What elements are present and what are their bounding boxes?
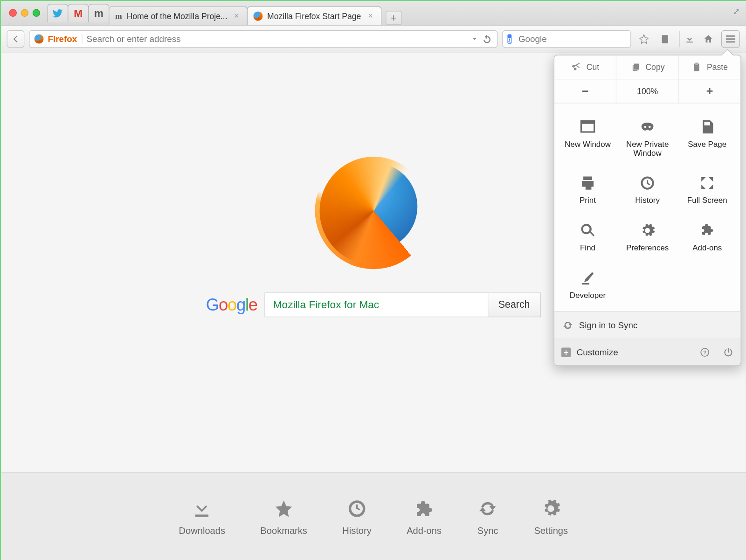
- newwindow-icon: [579, 118, 597, 136]
- menu-item-label: Add-ons: [692, 243, 722, 252]
- google-search-button[interactable]: Search: [487, 293, 540, 317]
- address-bar[interactable]: Firefox: [29, 30, 497, 48]
- footer-addons[interactable]: Add-ons: [407, 497, 442, 536]
- menu-item-label: New Private Window: [620, 140, 675, 158]
- prefs-icon: [639, 222, 656, 240]
- savepage-icon: [698, 118, 716, 136]
- menu-item-history[interactable]: History: [618, 166, 677, 214]
- help-icon[interactable]: ?: [699, 347, 710, 358]
- tab-title: Home of the Mozilla Proje...: [127, 11, 228, 21]
- footer-settings[interactable]: Settings: [534, 497, 568, 536]
- zoom-window-icon[interactable]: [33, 9, 40, 17]
- menu-item-label: Developer: [570, 291, 606, 300]
- footer-history[interactable]: History: [342, 497, 372, 536]
- google-logo: Google: [206, 295, 257, 314]
- address-input[interactable]: [86, 34, 467, 43]
- search-input[interactable]: [518, 34, 630, 43]
- pinned-tab-gmail[interactable]: M: [68, 4, 89, 22]
- fullscreen-icon: [698, 174, 716, 192]
- footer-label: Bookmarks: [260, 525, 307, 536]
- svg-rect-1: [581, 121, 594, 124]
- close-tab-icon[interactable]: ×: [366, 12, 375, 21]
- footer-bookmarks[interactable]: Bookmarks: [260, 497, 307, 536]
- identity-label: Firefox: [48, 34, 82, 43]
- tab-start-page[interactable]: Mozilla Firefox Start Page ×: [247, 6, 381, 25]
- downloads-button[interactable]: [679, 30, 695, 47]
- menu-paste[interactable]: Paste: [678, 55, 741, 79]
- bookmarks-list-button[interactable]: [657, 30, 673, 47]
- fullscreen-toggle-icon[interactable]: ⤢: [733, 7, 740, 16]
- menu-item-label: Full Screen: [687, 196, 727, 205]
- minimize-window-icon[interactable]: [21, 9, 28, 17]
- menu-item-fullscreen[interactable]: Full Screen: [677, 166, 737, 214]
- copy-icon: [630, 62, 641, 73]
- menu-item-label: Save Page: [688, 140, 726, 149]
- footer-label: Add-ons: [407, 525, 442, 536]
- menu-item-prefs[interactable]: Preferences: [618, 214, 677, 262]
- close-window-icon[interactable]: [9, 9, 17, 17]
- pinned-tab-twitter[interactable]: [47, 4, 68, 22]
- download-icon: [192, 498, 212, 519]
- footer-label: Downloads: [179, 525, 225, 536]
- puzzle-icon: [414, 498, 434, 519]
- menu-copy[interactable]: Copy: [616, 55, 678, 79]
- mozilla-icon: m: [94, 7, 104, 19]
- home-icon: [703, 34, 714, 44]
- firefox-icon: [253, 11, 262, 21]
- close-tab-icon[interactable]: ×: [232, 12, 241, 21]
- address-bar-actions: [471, 34, 492, 44]
- menu-button[interactable]: [721, 30, 740, 48]
- footer-downloads[interactable]: Downloads: [179, 497, 225, 536]
- menu-item-developer[interactable]: Developer: [558, 262, 617, 309]
- window-controls: [9, 1, 41, 25]
- mozilla-icon: m: [115, 11, 122, 21]
- power-icon[interactable]: [723, 347, 734, 358]
- menu-item-savepage[interactable]: Save Page: [677, 111, 737, 167]
- tab-title: Mozilla Firefox Start Page: [267, 11, 361, 21]
- google-search-input[interactable]: [265, 293, 487, 317]
- firefox-logo: [315, 152, 432, 269]
- find-icon: [579, 222, 597, 240]
- search-bar[interactable]: g: [502, 30, 631, 48]
- addons-icon: [698, 222, 716, 240]
- bookmark-star-button[interactable]: [636, 30, 652, 47]
- new-tab-button[interactable]: +: [386, 11, 402, 25]
- zoom-out-button[interactable]: −: [554, 79, 616, 103]
- zoom-level: 100%: [616, 79, 678, 103]
- newprivate-icon: [639, 118, 656, 136]
- back-button[interactable]: [7, 30, 25, 48]
- svg-point-3: [649, 126, 651, 128]
- reload-icon[interactable]: [482, 34, 492, 44]
- twitter-icon: [53, 8, 63, 19]
- menu-item-label: Preferences: [626, 243, 669, 252]
- footer-sync[interactable]: Sync: [477, 497, 499, 536]
- google-engine-icon[interactable]: g: [507, 34, 511, 43]
- menu-item-addons[interactable]: Add-ons: [677, 214, 737, 262]
- cut-icon: [571, 62, 582, 73]
- dropdown-icon[interactable]: [471, 34, 478, 44]
- hamburger-icon: [726, 38, 735, 40]
- pinned-tabs: M m: [47, 1, 109, 25]
- sync-icon: [478, 498, 498, 519]
- menu-item-find[interactable]: Find: [558, 214, 617, 262]
- menu-item-label: Print: [580, 196, 596, 205]
- menu-customize[interactable]: Customize: [577, 347, 618, 357]
- history-icon: [639, 174, 656, 192]
- menu-item-print[interactable]: Print: [558, 166, 617, 214]
- zoom-in-button[interactable]: +: [678, 79, 741, 103]
- star-icon: [639, 34, 649, 44]
- sync-icon: [563, 320, 573, 331]
- menu-item-newwindow[interactable]: New Window: [558, 111, 617, 167]
- plus-icon: +: [561, 347, 571, 357]
- download-icon: [684, 34, 695, 44]
- tab-mozilla-home[interactable]: m Home of the Mozilla Proje... ×: [109, 6, 247, 25]
- google-search-area: Google Search: [206, 292, 541, 317]
- start-page-footer: Downloads Bookmarks History Add-ons Sync…: [1, 472, 746, 560]
- svg-point-2: [644, 126, 647, 128]
- gear-icon: [541, 498, 561, 519]
- menu-cut[interactable]: Cut: [554, 55, 616, 79]
- menu-sign-in-sync[interactable]: Sign in to Sync: [554, 311, 740, 339]
- home-button[interactable]: [700, 30, 717, 47]
- menu-item-newprivate[interactable]: New Private Window: [618, 111, 677, 167]
- pinned-tab-mozilla[interactable]: m: [88, 4, 109, 22]
